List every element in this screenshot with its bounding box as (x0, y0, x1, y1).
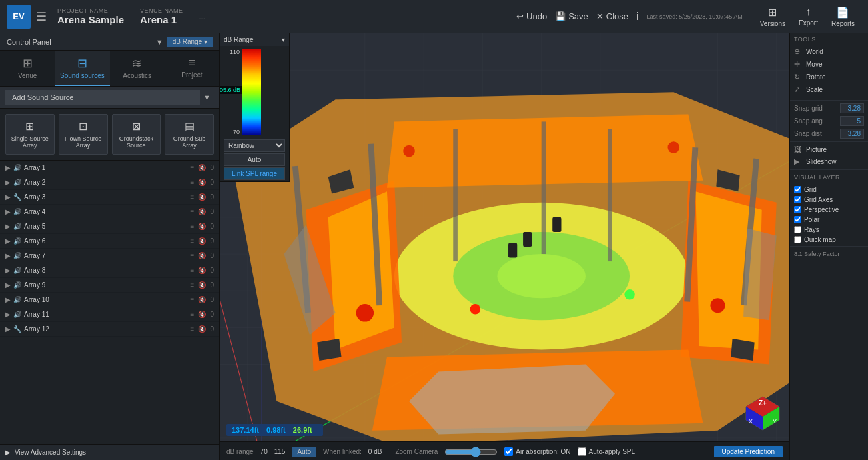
svg-point-40 (403, 145, 415, 157)
air-absorption-toggle[interactable]: Air absorption: ON (504, 447, 570, 456)
db-range-arrow[interactable]: ▾ (282, 36, 285, 43)
auto-apply-spl-toggle[interactable]: Auto-apply SPL (578, 447, 636, 456)
svg-point-52 (624, 289, 634, 299)
tab-project[interactable]: ≡ Project (165, 51, 219, 86)
header: EV ☰ PROJECT NAME Arena Sample VENUE NAM… (0, 0, 868, 33)
save-button[interactable]: 💾 Save (555, 11, 588, 21)
right-panel: Tools ⊕ World ✛ Move ↻ Rotate ⤢ Scale Sn… (789, 33, 868, 460)
array-list: ▶ 🔊 Array 1 ≡ 🔇 0 ▶ 🔊 Array 2 ≡ 🔇 0 (0, 161, 219, 444)
grid-checkbox[interactable] (794, 186, 801, 193)
auto-status-button[interactable]: Auto (292, 447, 316, 457)
single-source-type[interactable]: ⊞ Single Source Array (5, 114, 55, 155)
polar-checkbox[interactable] (794, 216, 801, 223)
arr-toggle[interactable]: ▶ (5, 164, 11, 171)
db-mid-value: 105.6 dB (220, 86, 242, 94)
auto-button[interactable]: Auto (224, 153, 285, 166)
snap-ang-input[interactable] (840, 116, 864, 126)
add-source-button[interactable]: Add Sound Source (5, 90, 200, 105)
tool-world[interactable]: ⊕ World (794, 45, 864, 58)
status-bar: dB range 70 115 Auto When linked: 0 dB Z… (220, 443, 789, 460)
arr-mute-icon[interactable]: 🔇 (198, 179, 206, 186)
update-prediction-button[interactable]: Update Prediction (714, 446, 783, 457)
snap-grid-input[interactable] (840, 103, 864, 113)
array-item[interactable]: ▶ 🔊 Array 7 ≡ 🔇 0 (0, 249, 219, 263)
view-advanced-button[interactable]: ▶ View Advanced Settings (5, 449, 86, 456)
tab-acoustics[interactable]: ≋ Acoustics (110, 51, 165, 86)
viewport[interactable]: dB Range ▾ 110 70 105.6 dB Rainbow Auto … (220, 33, 789, 460)
snap-dist-input[interactable] (840, 129, 864, 139)
versions-icon: ⊞ (768, 6, 777, 19)
flown-source-type[interactable]: ⊡ Flown Source Array (59, 114, 108, 155)
reports-button[interactable]: 📄 Reports (825, 3, 861, 30)
array-item[interactable]: ▶ 🔊 Array 6 ≡ 🔇 0 (0, 234, 219, 249)
when-linked-label: When linked: (323, 448, 362, 455)
perspective-checkbox[interactable] (794, 206, 801, 213)
air-absorption-checkbox[interactable] (504, 447, 513, 456)
array-item[interactable]: ▶ 🔊 Array 11 ≡ 🔇 0 (0, 307, 219, 322)
coord-z: 26.9ft (293, 426, 312, 434)
hamburger-menu[interactable]: ☰ (36, 9, 47, 24)
array-item[interactable]: ▶ 🔧 Array 12 ≡ 🔇 0 (0, 322, 219, 337)
tool-move[interactable]: ✛ Move (794, 58, 864, 71)
tool-scale[interactable]: ⤢ Scale (794, 83, 864, 96)
cp-controls: ▼ dB Range ▾ (156, 37, 213, 47)
arr-toggle[interactable]: ▶ (5, 179, 11, 186)
array-item[interactable]: ▶ 🔊 Array 8 ≡ 🔇 0 (0, 263, 219, 278)
sound-sources-tab-icon: ⊟ (77, 56, 87, 71)
venue-label: VENUE NAME (140, 7, 183, 14)
array-item[interactable]: ▶ 🔊 Array 2 ≡ 🔇 0 (0, 175, 219, 190)
arr-vis-icon[interactable]: ≡ (191, 179, 195, 186)
arr-vis-icon[interactable]: ≡ (191, 193, 195, 201)
arr-solo-icon[interactable]: 0 (210, 164, 214, 171)
tab-venue[interactable]: ⊞ Venue (0, 51, 55, 86)
arr-vis-icon[interactable]: ≡ (191, 164, 195, 171)
db-controls: Rainbow Auto Link SPL range (220, 138, 289, 181)
array-item[interactable]: ▶ 🔊 Array 5 ≡ 🔇 0 (0, 219, 219, 234)
tool-rotate[interactable]: ↻ Rotate (794, 71, 864, 83)
cp-down-arrow[interactable]: ▼ (156, 38, 163, 46)
info-button[interactable]: i (636, 11, 639, 23)
slideshow-item[interactable]: ▶ Slideshow (790, 155, 868, 168)
versions-button[interactable]: ⊞ Versions (753, 3, 792, 30)
db-range-button[interactable]: dB Range ▾ (167, 37, 213, 47)
ground-sub-type[interactable]: ▤ Ground Sub Array (165, 114, 214, 155)
add-source-arrow[interactable]: ▼ (200, 90, 214, 105)
grid-checkbox-row[interactable]: Grid (790, 185, 868, 195)
arr-solo-icon[interactable]: 0 (210, 193, 214, 201)
array-item[interactable]: ▶ 🔊 Array 1 ≡ 🔇 0 (0, 161, 219, 175)
arr-mute-icon[interactable]: 🔇 (198, 164, 206, 171)
link-spl-button[interactable]: Link SPL range (224, 167, 285, 180)
quick-map-checkbox[interactable] (794, 236, 801, 243)
svg-rect-47 (542, 121, 546, 254)
zoom-slider[interactable] (444, 447, 498, 457)
perspective-checkbox-row[interactable]: Perspective (790, 205, 868, 215)
export-button[interactable]: ↑ Export (792, 3, 825, 29)
array-item[interactable]: ▶ 🔊 Array 9 ≡ 🔇 0 (0, 278, 219, 293)
array-item[interactable]: ▶ 🔧 Array 3 ≡ 🔇 0 (0, 190, 219, 205)
arr-mute-icon[interactable]: 🔇 (198, 193, 206, 201)
groundstack-type[interactable]: ⊠ Groundstack Source (112, 114, 161, 155)
polar-checkbox-row[interactable]: Polar (790, 215, 868, 225)
picture-item[interactable]: 🖼 Picture (790, 143, 868, 155)
db-range-min-value: 70 (260, 448, 268, 455)
array-item[interactable]: ▶ 🔊 Array 4 ≡ 🔇 0 (0, 205, 219, 219)
quick-map-checkbox-row[interactable]: Quick map (790, 235, 868, 245)
array-item[interactable]: ▶ 🔊 Array 10 ≡ 🔇 0 (0, 293, 219, 307)
rays-label: Rays (804, 226, 819, 233)
grid-axes-checkbox-row[interactable]: Grid Axes (790, 195, 868, 205)
auto-apply-spl-checkbox[interactable] (578, 447, 586, 456)
arr-solo-icon[interactable]: 0 (210, 179, 214, 186)
tab-sound-sources[interactable]: ⊟ Sound sources (55, 51, 109, 86)
arena-3d-view[interactable] (220, 33, 789, 460)
rays-checkbox[interactable] (794, 226, 801, 233)
source-types: ⊞ Single Source Array ⊡ Flown Source Arr… (0, 109, 219, 161)
color-mode-select[interactable]: Rainbow (224, 139, 285, 152)
svg-point-28 (497, 254, 585, 298)
grid-axes-checkbox[interactable] (794, 196, 801, 203)
undo-button[interactable]: ↩ Undo (516, 11, 547, 21)
arr-toggle[interactable]: ▶ (5, 208, 11, 215)
arr-toggle[interactable]: ▶ (5, 193, 11, 201)
rays-checkbox-row[interactable]: Rays (790, 225, 868, 235)
close-button[interactable]: ✕ Close (596, 11, 628, 21)
arr-actions: ≡ 🔇 0 (191, 208, 214, 215)
